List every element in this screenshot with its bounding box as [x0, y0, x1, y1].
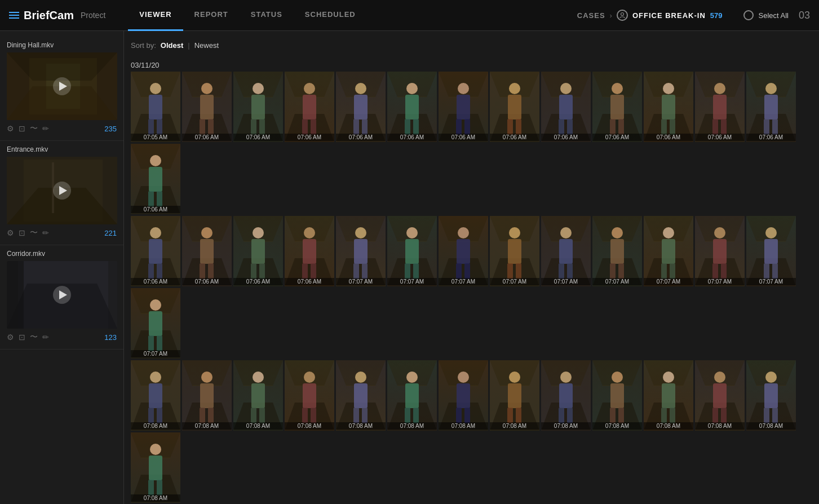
- thumbnail-item[interactable]: 07:06 AM: [387, 72, 437, 142]
- thumbnail-item[interactable]: 07:07 AM: [490, 216, 539, 286]
- thumb-time: 07:06 AM: [336, 134, 386, 141]
- thumbnail-item[interactable]: 07:07 AM: [387, 216, 437, 286]
- svg-rect-172: [405, 263, 410, 279]
- thumbnail-item[interactable]: 07:08 AM: [131, 432, 180, 503]
- svg-rect-163: [354, 239, 368, 264]
- case-name: OFFICE BREAK-IN: [632, 11, 706, 20]
- pen-icon-2[interactable]: ✏: [42, 228, 49, 237]
- pen-icon-1[interactable]: ✏: [42, 124, 49, 133]
- thumbnail-item[interactable]: 07:08 AM: [233, 360, 283, 431]
- camera-thumb-2[interactable]: [7, 157, 117, 224]
- thumbnail-item[interactable]: 07:06 AM: [285, 72, 334, 142]
- thumb-time: 07:06 AM: [233, 134, 283, 141]
- thumbnail-item[interactable]: 07:06 AM: [233, 72, 283, 142]
- settings-icon-3[interactable]: ⚙: [7, 333, 14, 342]
- svg-rect-293: [464, 408, 470, 423]
- thumbnail-item[interactable]: 07:07 AM: [439, 216, 488, 286]
- thumbnail-item[interactable]: 07:08 AM: [285, 360, 334, 431]
- camera-item-corridor: Corridor.mkv ⚙ ⊡ 〜 ✏: [0, 245, 123, 350]
- thumbnail-item[interactable]: 07:06 AM: [490, 72, 539, 142]
- thumbnail-item[interactable]: 07:08 AM: [541, 360, 591, 431]
- thumbnail-item[interactable]: 07:06 AM: [746, 72, 796, 142]
- svg-rect-300: [507, 408, 513, 423]
- crop-icon-2[interactable]: ⊡: [19, 228, 25, 237]
- thumbnail-item[interactable]: 07:08 AM: [644, 360, 693, 431]
- svg-rect-85: [567, 119, 573, 135]
- thumbnail-item[interactable]: 07:07 AM: [644, 216, 693, 286]
- play-triangle-2: [59, 186, 67, 195]
- thumbnail-item[interactable]: 07:08 AM: [336, 360, 386, 431]
- thumb-time: 07:08 AM: [182, 422, 232, 430]
- play-button-3[interactable]: [53, 286, 71, 304]
- thumbnail-item[interactable]: 07:07 AM: [131, 288, 180, 359]
- play-button-2[interactable]: [53, 182, 71, 200]
- thumbnail-item[interactable]: 07:06 AM: [131, 216, 180, 286]
- wave-icon-1[interactable]: 〜: [30, 123, 38, 134]
- svg-rect-340: [764, 408, 769, 423]
- thumbnail-item[interactable]: 07:06 AM: [439, 72, 488, 142]
- thumbnail-item[interactable]: 07:08 AM: [490, 360, 539, 431]
- thumbnail-item[interactable]: 07:06 AM: [182, 216, 232, 286]
- thumbnail-item[interactable]: 07:06 AM: [285, 216, 334, 286]
- overflow-button[interactable]: 03: [799, 10, 810, 21]
- thumbnail-item[interactable]: 07:07 AM: [746, 216, 796, 286]
- svg-point-218: [714, 227, 725, 238]
- svg-point-146: [253, 227, 264, 238]
- thumbnail-item[interactable]: 07:06 AM: [644, 72, 693, 142]
- thumbnail-item[interactable]: 07:08 AM: [131, 360, 180, 431]
- select-all-label[interactable]: Select All: [758, 11, 788, 20]
- play-button-1[interactable]: [53, 77, 71, 95]
- thumbnail-item[interactable]: 07:07 AM: [592, 216, 642, 286]
- svg-point-290: [458, 372, 469, 383]
- svg-point-74: [509, 83, 520, 94]
- svg-point-194: [560, 227, 572, 238]
- thumbnail-item[interactable]: 07:07 AM: [695, 216, 745, 286]
- tab-scheduled[interactable]: SCHEDULED: [294, 0, 367, 31]
- thumbnail-item[interactable]: 07:06 AM: [131, 144, 180, 214]
- thumb-time: 07:08 AM: [541, 422, 591, 430]
- thumbnail-item[interactable]: 07:06 AM: [541, 72, 591, 142]
- thumbnail-item[interactable]: 07:08 AM: [387, 360, 437, 431]
- thumbnail-item[interactable]: 07:06 AM: [695, 72, 745, 142]
- svg-rect-19: [149, 95, 162, 120]
- crop-icon-3[interactable]: ⊡: [19, 333, 25, 342]
- camera-thumb-3[interactable]: [7, 261, 117, 329]
- select-all-checkbox[interactable]: [743, 10, 754, 20]
- tab-viewer[interactable]: VIEWER: [128, 0, 183, 31]
- thumbnail-item[interactable]: 07:08 AM: [182, 360, 232, 431]
- thumb-time: 07:06 AM: [695, 134, 745, 141]
- thumbnail-item[interactable]: 07:08 AM: [592, 360, 642, 431]
- svg-rect-108: [712, 119, 718, 135]
- thumbnail-item[interactable]: 07:08 AM: [746, 360, 796, 431]
- svg-rect-235: [149, 311, 162, 336]
- svg-rect-244: [148, 408, 154, 423]
- wave-icon-2[interactable]: 〜: [30, 228, 38, 238]
- thumbnail-item[interactable]: 07:07 AM: [336, 216, 386, 286]
- thumbnail-item[interactable]: 07:08 AM: [695, 360, 745, 431]
- tab-report[interactable]: REPORT: [183, 0, 240, 31]
- cases-breadcrumb-link[interactable]: CASES: [577, 11, 605, 20]
- sort-oldest[interactable]: Oldest: [158, 41, 185, 50]
- settings-icon-1[interactable]: ⚙: [7, 124, 14, 133]
- thumb-time: 07:06 AM: [541, 134, 591, 141]
- thumbnail-grid-row1: 07:05 AM 07:06 AM: [131, 72, 812, 214]
- thumbnail-item[interactable]: 07:06 AM: [182, 72, 232, 142]
- svg-rect-21: [157, 119, 162, 135]
- camera-thumb-1[interactable]: [7, 52, 117, 120]
- svg-point-122: [150, 155, 161, 166]
- settings-icon-2[interactable]: ⚙: [7, 228, 14, 237]
- svg-point-258: [253, 372, 264, 383]
- crop-icon-1[interactable]: ⊡: [19, 124, 25, 133]
- pen-icon-3[interactable]: ✏: [42, 333, 49, 342]
- sort-newest[interactable]: Newest: [192, 41, 221, 50]
- thumbnail-item[interactable]: 07:06 AM: [336, 72, 386, 142]
- thumbnail-item[interactable]: 07:08 AM: [439, 360, 488, 431]
- camera-name-3: Corridor.mkv: [7, 250, 117, 258]
- thumbnail-item[interactable]: 07:05 AM: [131, 72, 180, 142]
- thumbnail-item[interactable]: 07:06 AM: [233, 216, 283, 286]
- svg-rect-171: [405, 239, 419, 264]
- thumbnail-item[interactable]: 07:06 AM: [592, 72, 642, 142]
- wave-icon-3[interactable]: 〜: [30, 332, 38, 342]
- thumbnail-item[interactable]: 07:07 AM: [541, 216, 591, 286]
- tab-status[interactable]: STATUS: [240, 0, 294, 31]
